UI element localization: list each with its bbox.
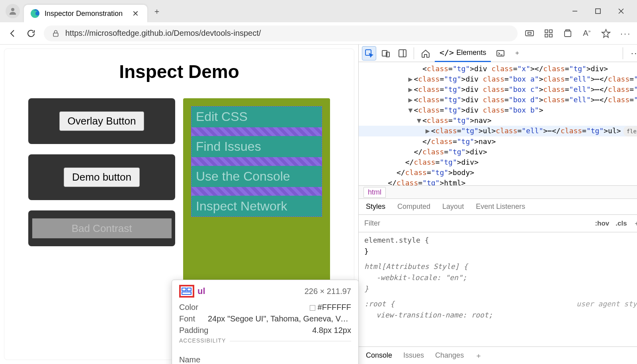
browser-tab[interactable]: Inspector Demonstration ✕ (24, 5, 147, 22)
url-bar: https://microsoftedge.github.io/Demos/de… (0, 22, 637, 45)
styles-rules[interactable]: element.style { } html[Attributes Style]… (359, 232, 637, 346)
code-icon: </> (440, 48, 454, 57)
tt-label: Name (179, 355, 200, 364)
tab-event-listeners[interactable]: Event Listeners (476, 202, 525, 211)
dom-tree[interactable]: <class="tg">div class="x"></class="tg">d… (359, 62, 637, 185)
close-tab-button[interactable]: ✕ (130, 8, 141, 19)
tab-computed[interactable]: Computed (397, 202, 430, 211)
svg-rect-6 (53, 33, 58, 36)
svg-rect-15 (187, 288, 191, 291)
drawer-tabs: Console Issues Changes ＋ (359, 346, 637, 364)
edge-icon (30, 9, 40, 18)
list-gap (191, 127, 322, 136)
back-button[interactable] (7, 28, 18, 39)
rule-selector: element.style { (364, 235, 637, 246)
elements-tab[interactable]: </> Elements (435, 45, 491, 62)
profile-avatar[interactable] (6, 4, 20, 18)
svg-rect-8 (528, 32, 531, 34)
apps-icon[interactable] (544, 29, 553, 38)
drawer-changes[interactable]: Changes (435, 351, 464, 360)
svg-rect-16 (182, 292, 191, 294)
drawer-add[interactable]: ＋ (475, 351, 482, 360)
inspect-tooltip: ul 226 × 211.97 Color#FFFFFF Font24px "S… (172, 280, 359, 364)
read-aloud-icon[interactable]: A» (582, 29, 592, 38)
cls-toggle[interactable]: .cls (616, 220, 627, 228)
tt-value: #FFFFFF (318, 303, 351, 311)
tt-section: ACCESSIBILITY (179, 337, 230, 344)
list-gap (191, 157, 322, 166)
svg-rect-11 (545, 34, 548, 37)
rule-close: } (364, 283, 637, 294)
list-gap (191, 187, 322, 196)
reload-button[interactable] (25, 28, 37, 39)
console-tab-button[interactable] (493, 46, 508, 60)
styles-filter-input[interactable] (359, 215, 589, 232)
tt-value: 4.8px 12px (312, 326, 351, 335)
tt-label: Color (179, 303, 198, 312)
demo-button[interactable]: Demo button (64, 167, 140, 187)
rule-prop: view-transition-name: root; (364, 309, 637, 321)
tooltip-dimensions: 226 × 211.97 (305, 287, 351, 296)
overlay-button[interactable]: Overlay Button (59, 111, 145, 131)
demo-box: Demo button (28, 154, 175, 200)
more-tabs-button[interactable]: ＋ (510, 46, 524, 60)
address-field[interactable]: https://microsoftedge.github.io/Demos/de… (44, 25, 518, 41)
url-text: https://microsoftedge.github.io/Demos/de… (65, 29, 261, 38)
tab-label: Elements (456, 49, 486, 57)
page-viewport: Inspect Demo Overlay Button Demo button … (0, 45, 358, 364)
tt-label: Font (179, 314, 195, 323)
favorite-icon[interactable] (601, 29, 611, 38)
overlay-box: Overlay Button (28, 98, 175, 144)
collections-icon[interactable] (563, 29, 573, 38)
device-toolbar-button[interactable] (379, 46, 393, 60)
svg-rect-7 (526, 31, 533, 36)
new-style-rule-button[interactable]: ＋ (633, 219, 637, 228)
rule-prop: -webkit-locale: "en"; (364, 272, 637, 283)
nav-list[interactable]: Edit CSS Find Issues Use the Console Ins… (191, 106, 322, 217)
tt-label: Padding (179, 326, 208, 335)
nav-item[interactable]: Use the Console (191, 166, 322, 187)
screencast-icon[interactable] (525, 29, 534, 38)
tab-styles[interactable]: Styles (366, 202, 385, 211)
inspect-element-button[interactable] (362, 46, 376, 60)
welcome-tab[interactable] (418, 46, 432, 60)
bad-contrast-button[interactable]: Bad Contrast (32, 218, 172, 238)
tab-strip: Inspector Demonstration ✕ ＋ (0, 0, 637, 22)
new-tab-button[interactable]: ＋ (151, 6, 162, 17)
tt-value: 24px "Segoe UI", Tahoma, Geneva, Verda… (208, 314, 351, 323)
page-title: Inspect Demo (28, 61, 330, 82)
nav-item[interactable]: Inspect Network (191, 196, 322, 217)
tooltip-element: ul (197, 286, 205, 296)
dock-button[interactable] (395, 46, 410, 60)
minimize-button[interactable] (571, 7, 579, 15)
svg-rect-12 (549, 34, 552, 37)
tab-title: Inspector Demonstration (45, 10, 123, 18)
rule-close: } (364, 246, 637, 257)
svg-rect-13 (565, 31, 571, 37)
rule-selector: html[Attributes Style] { (364, 261, 637, 272)
drawer-console[interactable]: Console (366, 351, 392, 360)
rule-hint: user agent stylesheet (576, 298, 637, 309)
nav-item[interactable]: Find Issues (191, 136, 322, 157)
nav-box: Edit CSS Find Issues Use the Console Ins… (183, 98, 330, 289)
more-tools-icon[interactable]: ··· (631, 49, 637, 58)
svg-point-0 (11, 8, 14, 11)
more-icon[interactable]: ··· (620, 29, 630, 38)
svg-rect-14 (182, 288, 186, 291)
breadcrumb-bar[interactable]: html (359, 185, 637, 199)
tab-layout[interactable]: Layout (442, 202, 464, 211)
crumb[interactable]: html (363, 187, 386, 198)
maximize-button[interactable] (594, 7, 602, 15)
lock-icon (52, 29, 60, 37)
flex-badge (179, 285, 194, 298)
styles-tabs: Styles Computed Layout Event Listeners (359, 199, 637, 215)
nav-item[interactable]: Edit CSS (191, 106, 322, 127)
devtools-panel: </> Elements ＋ ··· ✕ <class="tg">div cla… (358, 45, 637, 364)
svg-rect-9 (545, 30, 548, 33)
svg-rect-10 (549, 30, 552, 33)
close-window-button[interactable] (617, 7, 625, 15)
hov-toggle[interactable]: :hov (595, 220, 609, 228)
drawer-issues[interactable]: Issues (403, 351, 424, 360)
svg-rect-3 (596, 9, 600, 14)
bad-contrast-box: Bad Contrast (28, 210, 175, 246)
